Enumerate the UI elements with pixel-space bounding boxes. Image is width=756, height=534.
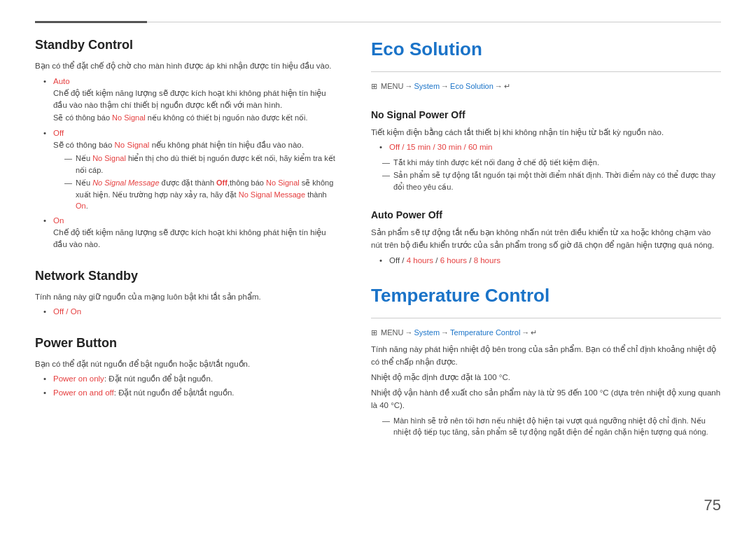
temperature-control-title: Temperature Control [371,282,721,309]
auto-sep2: / [467,256,474,265]
network-standby-options-text: Off / On [53,307,81,316]
right-column: Eco Solution ⊞ MENU → System → Eco Solut… [371,36,721,513]
left-column: Standby Control Bạn có thể đặt chế độ ch… [35,36,336,513]
auto-power-off-section: Auto Power Off Sản phẩm sẽ tự động tắt n… [371,208,721,267]
power-on-off-item: Power on and off: Đặt nút nguồn để bật/t… [43,387,336,399]
standby-auto-item: Auto Chế độ tiết kiệm năng lượng sẽ được… [43,76,336,124]
temp-desc3: Nhiệt độ vận hành đề xuất cho sản phẩm n… [371,387,721,412]
menu-system: System [414,80,440,92]
auto-8hours: 8 hours [474,256,500,265]
divider-line [147,22,721,22]
auto-sep1: / [433,256,440,265]
auto-power-off-options: Off / 4 hours / 6 hours / 8 hours [379,255,721,267]
auto-off-prefix: Off / [389,256,407,265]
network-standby-title: Network Standby [35,267,336,286]
menu-arrow2: → [441,80,449,92]
standby-auto-body: Chế độ tiết kiệm năng lượng sẽ được kích… [53,89,326,109]
menu-eco: Eco Solution [450,80,493,92]
power-on-only-label: Power on only [53,374,104,383]
standby-off-dash2: Nếu No Signal Message được đặt thành Off… [64,177,336,212]
no-signal-dash2: Sản phẩm sẽ tự động tắt nguồn tại một th… [382,169,721,192]
standby-control-desc: Bạn có thể đặt chế độ chờ cho màn hình đ… [35,60,336,73]
power-on-off-suffix: : Đặt nút nguồn để bật/tắt nguồn. [114,388,234,397]
no-signal-options: Off / 15 min / 30 min / 60 min [379,141,721,153]
temperature-control-section: Temperature Control ⊞ MENU → System → Te… [371,282,721,438]
temp-menu-path: ⊞ MENU → System → Temperature Control → … [371,327,721,339]
standby-control-section: Standby Control Bạn có thể đặt chế độ ch… [35,36,336,251]
temp-menu-icon: ⊞ [371,327,377,339]
standby-off-body: Sẽ có thông báo No Signal nếu không phát… [53,141,304,149]
no-signal-list: Off / 15 min / 30 min / 60 min [379,141,721,153]
eco-solution-title: Eco Solution [371,36,721,63]
eco-menu-path: ⊞ MENU → System → Eco Solution → ↵ [371,80,721,92]
eco-divider [371,71,721,72]
no-signal-dash1: Tắt khi máy tính được kết nối đang ở chế… [382,157,721,169]
standby-off-label: Off [53,129,64,137]
standby-control-list: Auto Chế độ tiết kiệm năng lượng sẽ được… [43,76,336,251]
temp-menu-arrow3: → [522,327,529,339]
temp-menu-enter: ↵ [531,327,537,339]
menu-icon: ⊞ [371,80,377,92]
power-on-only-item: Power on only: Đặt nút nguồn để bật nguồ… [43,373,336,385]
power-button-desc: Bạn có thể đặt nút nguồn để bật nguồn ho… [35,358,336,371]
temp-desc2: Nhiệt độ mặc định được đặt là 100 °C. [371,372,721,384]
temp-menu-text1: MENU [381,327,403,339]
temp-menu-arrow1: → [405,327,412,339]
standby-on-body: Chế độ tiết kiệm năng lượng sẽ được kích… [53,228,326,248]
menu-enter: ↵ [504,80,510,92]
network-standby-section: Network Standby Tính năng này giữ nguồn … [35,267,336,318]
menu-text1: MENU [381,80,403,92]
auto-4hours: 4 hours [407,256,433,265]
power-button-section: Power Button Bạn có thể đặt nút nguồn để… [35,334,336,399]
no-signal-title: No Signal Power Off [371,108,721,122]
divider-accent [35,21,147,23]
power-on-only-suffix: : Đặt nút nguồn để bật nguồn. [104,374,213,383]
auto-power-off-desc: Sản phẩm sẽ tự động tắt nếu bạn không nh… [371,227,721,252]
standby-on-label: On [53,216,64,225]
temp-dash1: Màn hình sẽ trở nên tối hơn nếu nhiệt độ… [382,415,721,438]
temp-desc1: Tính năng này phát hiện nhiệt độ bên tro… [371,344,721,369]
eco-solution-section: Eco Solution ⊞ MENU → System → Eco Solut… [371,36,721,92]
auto-power-off-title: Auto Power Off [371,208,721,223]
standby-off-dash1: Nếu No Signal hiển thị cho dù thiết bị n… [64,153,336,176]
page-number: 75 [704,493,721,517]
top-divider [35,21,721,23]
temp-menu-system: System [414,327,440,339]
no-signal-dashes: Tắt khi máy tính được kết nối đang ở chế… [382,157,721,193]
auto-power-off-list: Off / 4 hours / 6 hours / 8 hours [379,255,721,267]
power-button-title: Power Button [35,334,336,353]
network-standby-list: Off / On [43,306,336,318]
power-on-off-label: Power on and off [53,388,114,397]
standby-off-item: Off Sẽ có thông báo No Signal nếu không … [43,127,336,212]
auto-6hours: 6 hours [440,256,467,265]
standby-control-title: Standby Control [35,36,336,55]
temp-dashes: Màn hình sẽ trở nên tối hơn nếu nhiệt độ… [382,415,721,438]
temp-menu-arrow2: → [441,327,449,339]
network-standby-options: Off / On [43,306,336,318]
power-button-list: Power on only: Đặt nút nguồn để bật nguồ… [43,373,336,399]
standby-auto-sub: Sẽ có thông báo No Signal nếu không có t… [53,113,308,122]
network-standby-desc: Tính năng này giữ nguồn của mạng luôn bậ… [35,291,336,304]
menu-arrow1: → [405,80,412,92]
standby-off-dashes: Nếu No Signal hiển thị cho dù thiết bị n… [64,153,336,212]
standby-auto-label: Auto [53,77,70,85]
no-signal-desc: Tiết kiệm điện bằng cách tắt thiết bị kh… [371,127,721,139]
no-signal-options-text: Off / 15 min / 30 min / 60 min [389,143,492,151]
standby-on-item: On Chế độ tiết kiệm năng lượng sẽ được k… [43,215,336,251]
temp-menu-tc: Temperature Control [450,327,520,339]
temp-divider [371,318,721,318]
no-signal-section: No Signal Power Off Tiết kiệm điện bằng … [371,108,721,193]
menu-arrow3: → [495,80,503,92]
